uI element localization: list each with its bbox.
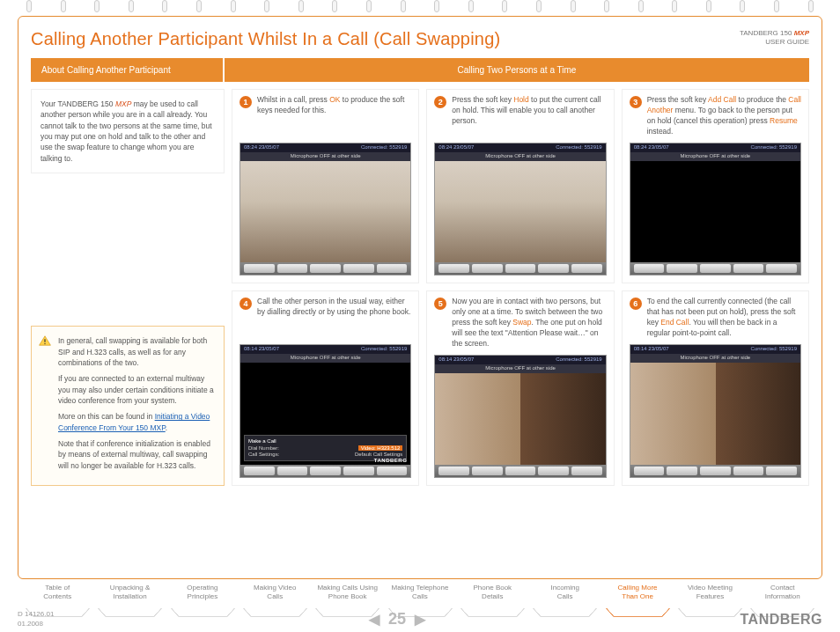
prev-page-button[interactable]: ◀ <box>369 611 379 628</box>
brand-logo: TANDBERG <box>741 612 822 628</box>
nav-tab[interactable]: Table ofContents <box>23 581 92 611</box>
nav-tab[interactable]: Making VideoCalls <box>240 581 309 611</box>
step-text: Press the soft key Hold to put the curre… <box>452 95 606 137</box>
step-number-icon: 3 <box>630 96 642 108</box>
nav-tab[interactable]: Making TelephoneCalls <box>386 581 454 611</box>
info-box: In general, call swapping is available f… <box>31 326 225 485</box>
step-3: 3Press the soft key Add Call to produce … <box>622 89 809 283</box>
step-6: 6To end the call currently connected (th… <box>622 290 809 485</box>
step-5: 5Now you are in contact with two persons… <box>426 290 614 485</box>
page-number: 25 <box>388 610 406 628</box>
nav-tab[interactable]: Unpacking &Installation <box>95 581 164 611</box>
page-title: Calling Another Participant Whilst In a … <box>31 29 500 49</box>
device-screenshot: 08:24 23/05/07Connected: 552919Microphon… <box>239 143 411 276</box>
device-screenshot: 08:14 23/05/07Connected: 552919Microphon… <box>434 355 606 478</box>
step-1: 1Whilst in a call, press OK to produce t… <box>232 89 419 283</box>
nav-tab[interactable]: Making Calls UsingPhone Book <box>313 581 381 611</box>
page-frame: Calling Another Participant Whilst In a … <box>18 16 822 579</box>
nav-tab[interactable]: OperatingPrinciples <box>168 581 237 611</box>
section-bar: About Calling Another Participant Callin… <box>31 58 809 82</box>
nav-tab[interactable]: ContactInformation <box>748 581 817 611</box>
step-text: Press the soft key Add Call to produce t… <box>647 95 801 137</box>
section-left-label: About Calling Another Participant <box>31 58 225 82</box>
step-number-icon: 6 <box>630 298 642 310</box>
device-screenshot: 08:24 23/05/07Connected: 552919Microphon… <box>630 143 801 276</box>
step-2: 2Press the soft key Hold to put the curr… <box>426 89 614 283</box>
step-number-icon: 2 <box>434 96 446 108</box>
warning-icon <box>39 335 51 346</box>
device-screenshot: 08:14 23/05/07Connected: 552919Microphon… <box>630 344 801 477</box>
intro-box: Your TANDBERG 150 MXP may be used to cal… <box>31 89 225 173</box>
svg-rect-1 <box>44 343 45 344</box>
svg-rect-0 <box>44 340 45 343</box>
nav-tab[interactable]: Calling MoreThan One <box>603 581 672 611</box>
pager: ◀ 25 ▶ <box>369 610 425 628</box>
step-text: Call the other person in the usual way, … <box>257 297 411 339</box>
next-page-button[interactable]: ▶ <box>415 611 425 628</box>
doc-info: D 14126.0101.2008 <box>18 610 54 628</box>
step-text: Whilst in a call, press OK to produce th… <box>257 95 411 137</box>
step-number-icon: 5 <box>434 298 446 310</box>
nav-tab[interactable]: Video MeetingFeatures <box>675 581 744 611</box>
step-text: Now you are in contact with two persons,… <box>452 297 606 349</box>
product-label: TANDBERG 150 MXP USER GUIDE <box>740 29 809 48</box>
section-right-label: Calling Two Persons at a Time <box>225 58 809 82</box>
step-text: To end the call currently connected (the… <box>647 297 801 339</box>
nav-tab[interactable]: Phone BookDetails <box>458 581 527 611</box>
step-4: 4Call the other person in the usual way,… <box>232 290 419 485</box>
step-number-icon: 1 <box>239 96 252 108</box>
nav-tab[interactable]: IncomingCalls <box>531 581 600 611</box>
device-screenshot: 08:24 23/05/07Connected: 552919Microphon… <box>434 143 606 276</box>
step-number-icon: 4 <box>239 298 252 310</box>
device-screenshot: 08:14 23/05/07Connected: 552919Microphon… <box>239 344 411 477</box>
bottom-nav: Table ofContentsUnpacking &InstallationO… <box>18 581 822 611</box>
spiral-binding <box>18 0 822 18</box>
